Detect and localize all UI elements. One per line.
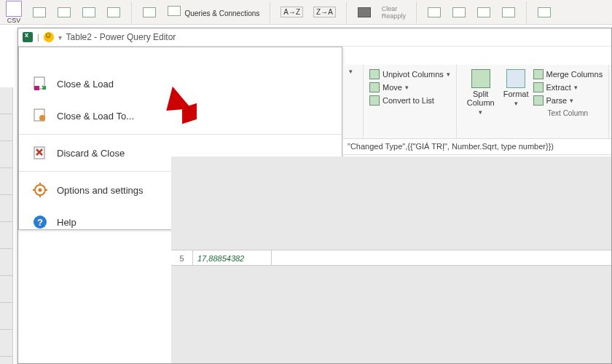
split-column-icon (471, 69, 490, 88)
power-query-editor-window: | ▾ Table2 - Power Query Editor File Clo… (17, 28, 612, 364)
excel-main-ribbon: CSV Queries & Connections A→Z Z→A Clear … (0, 0, 612, 25)
convert-to-list-button[interactable]: Convert to List (369, 94, 450, 107)
recent-icon[interactable] (82, 7, 95, 17)
extract-icon (533, 82, 544, 92)
formula-text: "Changed Type",{{"GIÁ TRỊ", Number.Sqrt,… (348, 142, 554, 151)
dropdown-icon[interactable]: ▾ (349, 68, 357, 75)
format-button[interactable]: Format▾ (499, 68, 533, 108)
window-title: Table2 - Power Query Editor (66, 32, 176, 42)
separator (346, 1, 347, 23)
table-icon[interactable] (33, 7, 46, 17)
csv-icon (6, 1, 22, 17)
extract-button[interactable]: Extract▾ (533, 81, 603, 94)
discard-icon (32, 145, 48, 161)
svg-rect-1 (34, 86, 39, 90)
gear-icon (32, 182, 48, 198)
move-button[interactable]: Move▾ (369, 81, 450, 94)
list-icon (369, 95, 380, 106)
link-icon (168, 6, 181, 16)
menu-label: Options and settings (57, 185, 144, 196)
split-column-button[interactable]: Split Column▾ (463, 68, 499, 117)
svg-point-6 (39, 189, 42, 192)
table-icon[interactable] (58, 7, 71, 17)
format-icon (506, 69, 525, 88)
excel-logo-icon (23, 32, 33, 42)
connections-icon[interactable] (107, 7, 120, 17)
smiley-icon[interactable] (44, 32, 54, 42)
ribbon-csv-button[interactable]: CSV (6, 1, 22, 24)
qat-dropdown[interactable]: ▾ (58, 33, 62, 41)
formula-bar[interactable]: "Changed Type",{{"GIÁ TRỊ", Number.Sqrt,… (343, 139, 611, 155)
separator (270, 1, 270, 23)
parse-icon (533, 95, 544, 106)
flash-fill-icon[interactable] (452, 7, 466, 17)
excel-row-headers (0, 87, 13, 364)
clear-filter-button[interactable]: Clear (382, 5, 406, 12)
save-load-to-icon (32, 108, 48, 124)
reapply-filter-button[interactable]: Reapply (382, 12, 406, 20)
separator (131, 1, 132, 23)
unpivot-icon (369, 69, 380, 79)
svg-text:?: ? (37, 217, 43, 228)
consolidate-icon[interactable] (538, 7, 551, 17)
separator (526, 1, 527, 23)
annotation-arrow (164, 81, 208, 124)
menu-label: Close & Load To... (57, 111, 134, 122)
help-icon: ? (32, 214, 48, 230)
merge-columns-button[interactable]: Merge Columns (533, 68, 603, 81)
group-label: Text Column (533, 107, 603, 117)
menu-label: Close & Load (57, 79, 114, 90)
filter-icon[interactable] (358, 7, 371, 17)
menu-label: Discard & Close (57, 148, 125, 159)
pq-ribbon: ▾ Unpivot Columns▾ Move▾ Convert to List… (343, 65, 611, 139)
merge-icon (533, 69, 544, 79)
text-to-columns-icon[interactable] (428, 7, 441, 17)
table-row[interactable]: 5 17,88854382 (171, 250, 611, 266)
menu-label: Help (57, 217, 76, 228)
refresh-icon[interactable] (143, 7, 156, 17)
move-icon (369, 82, 380, 92)
sort-za-button[interactable]: Z→A (313, 7, 336, 17)
pq-titlebar: | ▾ Table2 - Power Query Editor (18, 28, 611, 47)
queries-connections-button[interactable]: Queries & Connections (167, 6, 259, 19)
menu-divider (19, 134, 342, 135)
save-load-icon (32, 76, 48, 92)
sort-az-button[interactable]: A→Z (280, 7, 303, 17)
separator (416, 1, 417, 23)
cell-value: 17,88854382 (193, 250, 272, 265)
query-preview-area: 5 17,88854382 (171, 157, 611, 363)
parse-button[interactable]: Parse▾ (533, 94, 603, 107)
data-validate-icon[interactable] (502, 7, 515, 17)
unpivot-columns-button[interactable]: Unpivot Columns▾ (369, 68, 450, 81)
row-number: 5 (171, 250, 193, 265)
svg-point-3 (39, 115, 45, 121)
remove-duplicates-icon[interactable] (477, 7, 490, 17)
